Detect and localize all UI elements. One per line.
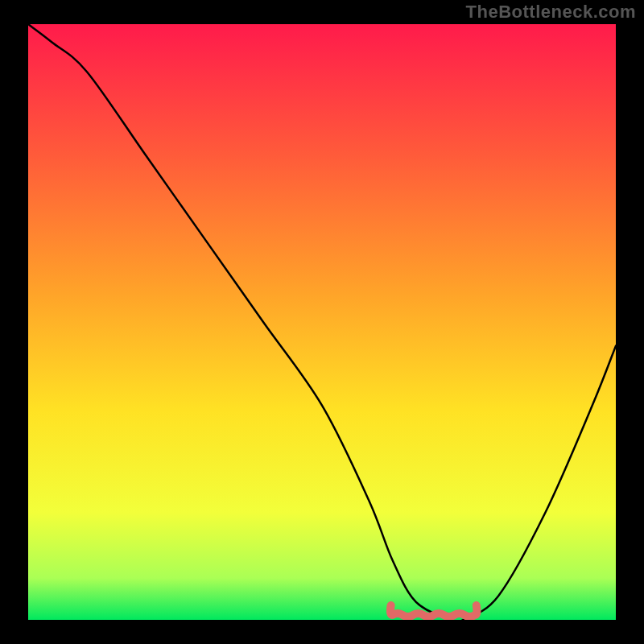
chart-frame: TheBottleneck.com: [0, 0, 644, 644]
chart-svg: [28, 24, 616, 620]
plot-area: [28, 24, 616, 620]
watermark-text: TheBottleneck.com: [466, 2, 636, 23]
